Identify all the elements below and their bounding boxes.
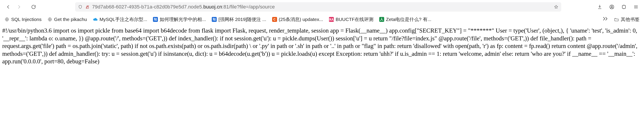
bookmark-qwb2019[interactable]: 知 [强网杯 2019]随便注 ... xyxy=(212,16,266,22)
arrow-left-icon xyxy=(6,4,11,9)
bookmark-mysql-bool[interactable]: MySQL手注之布尔型... xyxy=(93,16,147,22)
bookmark-label: Get the pikachu xyxy=(54,17,87,22)
svg-rect-4 xyxy=(622,5,626,8)
bookmark-star-icon[interactable] xyxy=(554,4,558,9)
bookmarks-overflow-button[interactable] xyxy=(602,16,608,22)
chevron-double-right-icon xyxy=(602,16,608,21)
address-bar[interactable]: 79d7ab68-6027-4935-b71a-c82d0b79e5d7.nod… xyxy=(75,2,561,11)
source-text: #!/usr/bin/python3.6 import os import pi… xyxy=(2,27,638,65)
cloud-icon xyxy=(93,17,98,22)
account-button[interactable] xyxy=(608,3,616,11)
bookmark-get-the-pikachu[interactable]: Get the pikachu xyxy=(48,17,87,22)
globe-icon xyxy=(4,17,10,22)
bookmark-label: BUUCTF在线评测 xyxy=(336,16,374,22)
bookmark-sql-injections[interactable]: SQL Injections xyxy=(4,17,42,22)
url-posthost: :81/file?file=/app/source xyxy=(222,4,275,9)
globe-icon xyxy=(48,17,52,22)
bookmark-buuctf[interactable]: BUU BUUCTF在线评测 xyxy=(329,16,374,22)
page-content: #!/usr/bin/python3.6 import os import pi… xyxy=(0,25,644,70)
url-text: 79d7ab68-6027-4935-b71a-c82d0b79e5d7.nod… xyxy=(92,4,275,10)
other-bookmarks-folder[interactable]: 其他书签 xyxy=(614,16,640,22)
bookmark-label: (25条消息) updatex... xyxy=(279,16,323,22)
arrow-right-icon xyxy=(16,4,22,9)
forward-button[interactable] xyxy=(14,2,23,11)
reload-icon xyxy=(31,4,36,9)
hamburger-icon xyxy=(633,4,639,9)
extensions-icon xyxy=(621,4,626,9)
download-icon xyxy=(597,4,602,9)
browser-toolbar: 79d7ab68-6027-4935-b71a-c82d0b79e5d7.nod… xyxy=(0,0,644,14)
other-bookmarks-label: 其他书签 xyxy=(621,16,640,22)
account-icon xyxy=(609,4,614,9)
extensions-button[interactable] xyxy=(620,3,628,11)
url-prehost: 79d7ab68-6027-4935-b71a-c82d0b79e5d7.nod… xyxy=(92,4,203,9)
bookmark-label: Zeta电位是什么? 有... xyxy=(386,16,431,22)
bookmark-label: MySQL手注之布尔型... xyxy=(100,16,147,22)
renren-icon: 人 xyxy=(379,17,384,22)
csdn-icon: C xyxy=(272,17,277,22)
bookmark-csdn-updatex[interactable]: C (25条消息) updatex... xyxy=(272,16,323,22)
bookmark-label: 如何理解光学中的相... xyxy=(160,16,206,22)
bookmark-optics-zhihu[interactable]: 知 如何理解光学中的相... xyxy=(153,16,206,22)
app-menu-button[interactable] xyxy=(632,3,640,11)
bookmark-zeta-potential[interactable]: 人 Zeta电位是什么? 有... xyxy=(379,16,431,22)
back-button[interactable] xyxy=(4,2,13,11)
buuctf-icon: BUU xyxy=(329,17,334,22)
shield-icon[interactable] xyxy=(78,4,83,9)
downloads-button[interactable] xyxy=(596,3,604,11)
bookmarks-bar: SQL Injections Get the pikachu MySQL手注之布… xyxy=(0,14,644,25)
url-host: buuoj.cn xyxy=(203,4,222,9)
folder-icon xyxy=(614,17,619,21)
toolbar-right-icons xyxy=(596,3,640,11)
zhihu-icon: 知 xyxy=(153,17,158,22)
reload-button[interactable] xyxy=(29,2,38,11)
insecure-lock-icon[interactable] xyxy=(85,4,90,9)
bookmark-label: SQL Injections xyxy=(11,17,42,22)
zhihu-icon: 知 xyxy=(212,17,217,22)
bookmark-label: [强网杯 2019]随便注 ... xyxy=(218,16,266,22)
svg-point-3 xyxy=(611,6,612,7)
